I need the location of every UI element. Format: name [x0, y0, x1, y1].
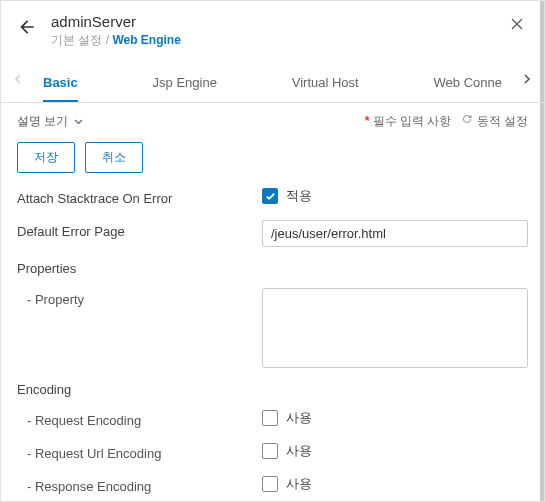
dynamic-legend-label: 동적 설정	[477, 114, 528, 128]
cancel-button[interactable]: 취소	[85, 142, 143, 173]
default-error-page-input[interactable]	[262, 220, 528, 247]
toolbar: 설명 보기 * 필수 입력 사항 동적 설정	[1, 103, 544, 136]
tab-virtual-host[interactable]: Virtual Host	[292, 65, 359, 102]
back-arrow-icon[interactable]	[17, 17, 37, 37]
breadcrumb-sep: /	[106, 33, 109, 47]
encoding-section-label: Encoding	[17, 382, 528, 397]
attach-stacktrace-cb-label: 적용	[286, 187, 312, 205]
request-url-encoding-label: - Request Url Encoding	[17, 442, 262, 461]
description-toggle[interactable]: 설명 보기	[17, 113, 83, 130]
attach-stacktrace-checkbox[interactable]	[262, 188, 278, 204]
breadcrumb: 기본 설정 / Web Engine	[51, 32, 506, 49]
page-title: adminServer	[51, 13, 506, 30]
required-legend: * 필수 입력 사항	[365, 113, 452, 130]
tab-jsp-engine[interactable]: Jsp Engine	[153, 65, 217, 102]
required-legend-label: 필수 입력 사항	[373, 114, 452, 128]
refresh-icon	[461, 114, 476, 128]
attach-stacktrace-label: Attach Stacktrace On Error	[17, 187, 262, 206]
response-encoding-label: - Response Encoding	[17, 475, 262, 494]
save-button[interactable]: 저장	[17, 142, 75, 173]
request-encoding-cb-label: 사용	[286, 409, 312, 427]
tab-scroll-right-icon[interactable]	[520, 74, 534, 94]
description-toggle-label: 설명 보기	[17, 113, 68, 130]
response-encoding-checkbox[interactable]	[262, 476, 278, 492]
request-encoding-label: - Request Encoding	[17, 409, 262, 428]
property-textarea[interactable]	[262, 288, 528, 368]
response-encoding-cb-label: 사용	[286, 475, 312, 493]
default-error-page-label: Default Error Page	[17, 220, 262, 239]
header: adminServer 기본 설정 / Web Engine	[1, 1, 544, 53]
actions: 저장 취소	[1, 136, 544, 187]
asterisk-icon: *	[365, 114, 370, 128]
tabs: Basic Jsp Engine Virtual Host Web Conne	[1, 65, 544, 103]
chevron-down-icon	[74, 119, 83, 125]
dynamic-legend: 동적 설정	[461, 113, 528, 130]
form: Attach Stacktrace On Error 적용 Default Er…	[1, 187, 544, 501]
properties-section-label: Properties	[17, 261, 528, 276]
request-encoding-checkbox[interactable]	[262, 410, 278, 426]
request-url-encoding-cb-label: 사용	[286, 442, 312, 460]
tab-basic[interactable]: Basic	[43, 65, 78, 102]
breadcrumb-parent[interactable]: 기본 설정	[51, 33, 102, 47]
close-icon[interactable]	[506, 13, 528, 35]
tab-scroll-left-icon[interactable]	[11, 74, 25, 94]
tab-web-conne[interactable]: Web Conne	[434, 65, 502, 102]
breadcrumb-current: Web Engine	[112, 33, 180, 47]
request-url-encoding-checkbox[interactable]	[262, 443, 278, 459]
property-label: - Property	[17, 288, 262, 307]
